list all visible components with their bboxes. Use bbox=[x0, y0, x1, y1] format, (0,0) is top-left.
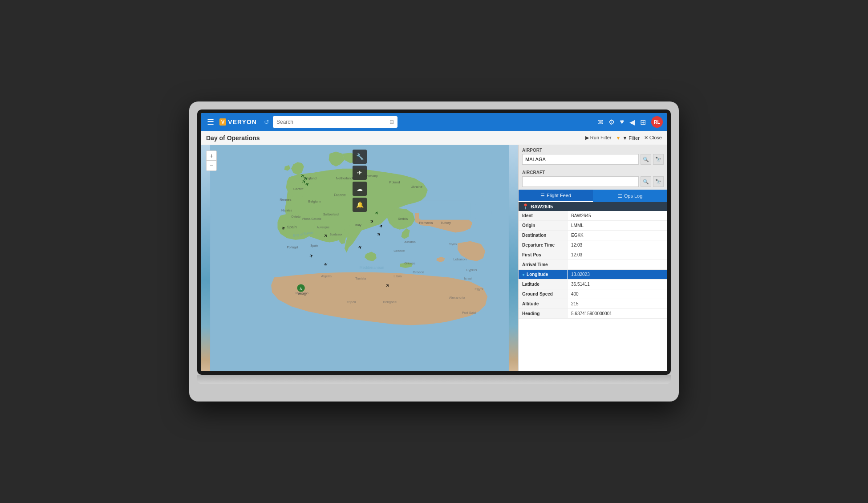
airport-filter-input[interactable] bbox=[522, 154, 639, 165]
map-tools: 🔧 ✈ ☁ 🔔 bbox=[353, 150, 367, 212]
svg-text:Port Said: Port Said bbox=[462, 311, 476, 315]
notifications-icon[interactable]: ◀ bbox=[629, 118, 635, 126]
hamburger-menu-icon[interactable]: ☰ bbox=[205, 115, 216, 129]
svg-text:Romania: Romania bbox=[419, 221, 433, 225]
aircraft-search-button[interactable]: 🔍 bbox=[641, 176, 651, 187]
favorites-icon[interactable]: ♥ bbox=[620, 118, 625, 126]
ground-speed-value: 400 bbox=[568, 289, 667, 299]
apps-icon[interactable]: ⊞ bbox=[640, 118, 646, 126]
longitude-label: ●Longitude bbox=[519, 270, 568, 279]
svg-text:Cardiff: Cardiff bbox=[293, 187, 304, 191]
avatar[interactable]: RL bbox=[651, 116, 663, 128]
svg-text:Rennes: Rennes bbox=[280, 198, 292, 202]
svg-text:Poland: Poland bbox=[389, 180, 400, 184]
svg-text:Netherlands: Netherlands bbox=[336, 176, 354, 180]
sub-header-actions: ▶ Run Filter ▼ ▼ Filter ✕ Close bbox=[585, 135, 662, 141]
filter-label: ▼ Filter bbox=[622, 135, 639, 141]
svg-text:Vitoria-Gasteiz: Vitoria-Gasteiz bbox=[302, 217, 321, 220]
nav-icons: ✉ ⚙ ♥ ◀ ⊞ RL bbox=[597, 116, 663, 128]
table-row: Destination EGKK bbox=[519, 231, 667, 240]
airport-search-button[interactable]: 🔍 bbox=[641, 154, 651, 165]
svg-text:Bordeaux: Bordeaux bbox=[329, 233, 342, 236]
laptop-hinge bbox=[197, 375, 671, 384]
location-dot-icon: ● bbox=[522, 272, 525, 277]
tab-ops-log[interactable]: ☰ Ops Log bbox=[593, 190, 667, 202]
svg-text:Nantes: Nantes bbox=[281, 208, 292, 212]
altitude-label: Altitude bbox=[519, 299, 568, 308]
destination-label: Destination bbox=[519, 231, 568, 240]
svg-text:A: A bbox=[300, 287, 302, 290]
screen-bezel: ☰ V VERYON ↺ ⊟ ✉ ⚙ ♥ ◀ ⊞ RL bbox=[197, 110, 671, 375]
svg-text:Portugal: Portugal bbox=[287, 246, 298, 249]
svg-text:Spain: Spain bbox=[287, 225, 297, 229]
table-row: Departure Time 12:03 bbox=[519, 240, 667, 250]
run-filter-button[interactable]: ▶ Run Filter bbox=[585, 135, 612, 141]
heading-label: Heading bbox=[519, 309, 568, 318]
svg-text:Greece: Greece bbox=[404, 261, 415, 265]
wrench-tool-button[interactable]: 🔧 bbox=[353, 150, 367, 164]
svg-text:Lebanon: Lebanon bbox=[453, 257, 466, 261]
svg-text:Albania: Albania bbox=[404, 240, 416, 244]
refresh-icon[interactable]: ↺ bbox=[264, 118, 269, 126]
flight-ident-header: BAW2645 bbox=[531, 204, 553, 209]
search-input[interactable] bbox=[276, 119, 388, 125]
page-title: Day of Operations bbox=[206, 134, 585, 142]
flight-feed-icon: ☰ bbox=[540, 193, 545, 199]
close-button[interactable]: ✕ Close bbox=[644, 135, 662, 141]
logo-badge: V bbox=[219, 118, 226, 126]
svg-text:Syria: Syria bbox=[449, 242, 457, 246]
sub-header: Day of Operations ▶ Run Filter ▼ ▼ Filte… bbox=[201, 131, 667, 145]
logo-area: V VERYON bbox=[219, 118, 257, 126]
laptop-body: ☰ V VERYON ↺ ⊟ ✉ ⚙ ♥ ◀ ⊞ RL bbox=[189, 101, 679, 402]
zoom-out-button[interactable]: − bbox=[207, 161, 216, 170]
ground-speed-label: Ground Speed bbox=[519, 289, 568, 299]
logo-text: VERYON bbox=[228, 118, 257, 126]
filter-button[interactable]: ▼ ▼ Filter bbox=[616, 135, 640, 141]
svg-text:Egypt: Egypt bbox=[475, 287, 483, 291]
aircraft-filter-section: AIRCRAFT 🔍 🔭 bbox=[519, 167, 667, 190]
svg-text:Algeria: Algeria bbox=[321, 274, 332, 278]
map-background: France Spain Italy Serbia Romania Turkey… bbox=[201, 145, 518, 371]
svg-text:Libya: Libya bbox=[393, 274, 402, 278]
airplane-tool-button[interactable]: ✈ bbox=[353, 166, 367, 180]
svg-text:Greece: Greece bbox=[413, 270, 424, 274]
first-pos-label: First Pos bbox=[519, 250, 568, 260]
map-area[interactable]: France Spain Italy Serbia Romania Turkey… bbox=[201, 145, 518, 371]
aircraft-binoculars-button[interactable]: 🔭 bbox=[653, 176, 664, 187]
tab-flight-feed[interactable]: ☰ Flight Feed bbox=[519, 190, 593, 202]
departure-time-label: Departure Time bbox=[519, 240, 568, 250]
airport-filter-input-row: 🔍 🔭 bbox=[522, 154, 664, 165]
aircraft-filter-input[interactable] bbox=[522, 176, 639, 187]
destination-value: EGKK bbox=[568, 231, 667, 240]
svg-text:Málaga: Málaga bbox=[298, 292, 308, 296]
svg-text:Turkey: Turkey bbox=[441, 221, 451, 225]
svg-text:Tunisia: Tunisia bbox=[355, 276, 366, 280]
svg-rect-1 bbox=[419, 201, 471, 220]
screen: ☰ V VERYON ↺ ⊟ ✉ ⚙ ♥ ◀ ⊞ RL bbox=[201, 113, 667, 371]
flight-header-row: 📍 BAW2645 bbox=[519, 202, 667, 211]
svg-text:Tripoli: Tripoli bbox=[347, 300, 356, 304]
table-row: First Pos 12:03 bbox=[519, 250, 667, 260]
users-icon[interactable]: ⚙ bbox=[608, 118, 615, 126]
search-bar: ⊟ bbox=[273, 116, 397, 128]
right-panel: AIRPORT 🔍 🔭 AIRCRAFT 🔍 🔭 bbox=[518, 145, 667, 371]
bell-tool-button[interactable]: 🔔 bbox=[353, 198, 367, 212]
ident-label: Ident bbox=[519, 211, 568, 220]
filter-icon: ▼ bbox=[616, 135, 621, 141]
arrival-time-value bbox=[568, 260, 667, 269]
cloud-tool-button[interactable]: ☁ bbox=[353, 182, 367, 196]
svg-text:Italy: Italy bbox=[355, 223, 361, 227]
mail-icon[interactable]: ✉ bbox=[597, 118, 603, 126]
table-row: Heading 5.637415900000001 bbox=[519, 309, 667, 319]
ident-value: BAW2645 bbox=[568, 211, 667, 220]
arrival-time-label: Arrival Time bbox=[519, 260, 568, 269]
panel-tabs: ☰ Flight Feed ☰ Ops Log bbox=[519, 190, 667, 202]
zoom-in-button[interactable]: + bbox=[207, 151, 216, 161]
airport-filter-label: AIRPORT bbox=[522, 148, 664, 153]
svg-text:France: France bbox=[334, 193, 346, 197]
svg-text:Benghazi: Benghazi bbox=[383, 300, 397, 304]
table-row: Latitude 36.51411 bbox=[519, 280, 667, 289]
main-content: France Spain Italy Serbia Romania Turkey… bbox=[201, 145, 667, 371]
flight-feed-label: Flight Feed bbox=[547, 193, 571, 198]
airport-binoculars-button[interactable]: 🔭 bbox=[653, 154, 664, 165]
